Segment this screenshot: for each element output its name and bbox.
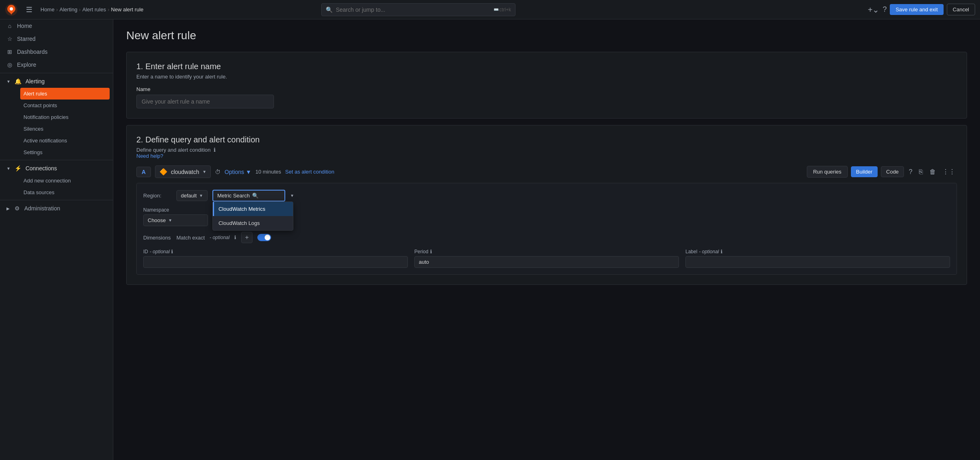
- id-input[interactable]: [143, 256, 408, 268]
- sidebar-dashboards-label: Dashboards: [17, 49, 48, 55]
- region-select[interactable]: default ▼: [176, 190, 208, 201]
- svg-point-1: [10, 7, 13, 11]
- cloudwatch-icon: 🔶: [159, 168, 168, 176]
- divider-2: [0, 160, 113, 160]
- sidebar-item-active-notifications[interactable]: Active notifications: [17, 135, 113, 146]
- sidebar-item-home[interactable]: ⌂ Home: [0, 19, 113, 32]
- add-panel-button[interactable]: +⌄: [868, 5, 880, 15]
- datasource-select[interactable]: 🔶 cloudwatch ▼: [155, 165, 211, 178]
- sidebar-toggle[interactable]: ☰: [24, 4, 34, 16]
- query-info-icon: ⏱: [215, 169, 221, 175]
- metric-dropdown-item-logs[interactable]: CloudWatch Logs: [213, 216, 293, 230]
- connections-icon: ⚡: [15, 165, 21, 172]
- namespace-select[interactable]: Choose ▼: [143, 214, 208, 226]
- namespace-chevron-icon: ▼: [168, 218, 172, 223]
- sidebar-add-connection-label: Add new connection: [23, 178, 71, 184]
- dashboards-icon: ⊞: [6, 49, 13, 55]
- match-exact-optional: - optional: [210, 235, 229, 240]
- info-icon: ℹ: [214, 147, 216, 153]
- sidebar-data-sources-label: Data sources: [23, 189, 55, 195]
- sidebar-item-data-sources[interactable]: Data sources: [17, 187, 113, 198]
- chevron-right-icon: ▶: [6, 206, 10, 211]
- region-label: Region:: [143, 193, 172, 199]
- period-input[interactable]: [414, 256, 679, 268]
- id-period-label-row: ID - optional ℹ Period ℹ: [143, 249, 950, 268]
- main-content: New alert rule 1. Enter alert rule name …: [113, 19, 980, 460]
- app-logo[interactable]: [5, 3, 18, 16]
- id-label: ID - optional ℹ: [143, 249, 408, 254]
- breadcrumb-home[interactable]: Home: [40, 6, 55, 13]
- builder-button[interactable]: Builder: [851, 166, 878, 177]
- sidebar-item-notification-policies[interactable]: Notification policies: [17, 111, 113, 123]
- label-input[interactable]: [685, 256, 950, 268]
- sidebar-connections-group[interactable]: ▼ ⚡ Connections: [0, 162, 113, 175]
- section1-title: 1. Enter alert rule name: [136, 62, 957, 71]
- namespace-value: Choose: [148, 217, 166, 223]
- home-icon: ⌂: [6, 23, 13, 29]
- sidebar-starred-label: Starred: [17, 36, 36, 42]
- search-icon-metric: 🔍: [252, 193, 259, 199]
- section-define-query: 2. Define query and alert condition Defi…: [126, 125, 967, 285]
- query-toolbar: A 🔶 cloudwatch ▼ ⏱ Options ▼ 10 minutes: [136, 165, 957, 178]
- metric-dropdown-item-metrics[interactable]: CloudWatch Metrics: [213, 202, 293, 216]
- search-input[interactable]: [336, 6, 490, 13]
- metric-search-input[interactable]: Metric Search 🔍: [212, 190, 285, 201]
- sidebar-item-silences[interactable]: Silences: [17, 123, 113, 135]
- label-info-icon: ℹ: [721, 249, 723, 254]
- match-exact-label: Match exact: [176, 235, 205, 241]
- sidebar-item-contact-points[interactable]: Contact points: [17, 100, 113, 111]
- code-button[interactable]: Code: [881, 166, 904, 177]
- sidebar-item-settings[interactable]: Settings: [17, 146, 113, 158]
- match-exact-toggle[interactable]: [257, 234, 271, 241]
- topnav-right: +⌄ ? Save rule and exit Cancel: [868, 4, 975, 15]
- sidebar-item-dashboards[interactable]: ⊞ Dashboards: [0, 45, 113, 58]
- add-dimension-button[interactable]: +: [241, 232, 252, 243]
- metric-search-label: Metric Search: [217, 193, 250, 199]
- run-queries-button[interactable]: Run queries: [807, 166, 847, 178]
- global-search[interactable]: 🔍 ⌨️ ctrl+k: [321, 3, 515, 16]
- dimensions-row: Dimensions Match exact - optional ℹ +: [143, 232, 950, 243]
- sidebar-item-alert-rules[interactable]: Alert rules: [20, 88, 110, 100]
- id-group: ID - optional ℹ: [143, 249, 408, 268]
- help-button[interactable]: ?: [882, 5, 887, 14]
- set-alert-condition-link[interactable]: Set as alert condition: [285, 169, 334, 175]
- sidebar-item-add-new-connection[interactable]: Add new connection: [17, 175, 113, 187]
- sidebar-item-administration[interactable]: ▶ ⚙ Administration: [0, 202, 113, 215]
- sidebar-item-starred[interactable]: ☆ Starred: [0, 32, 113, 45]
- cancel-button[interactable]: Cancel: [947, 4, 975, 15]
- label-label: Label - optional ℹ: [685, 249, 950, 254]
- sidebar-alerting-group[interactable]: ▼ 🔔 Alerting: [0, 75, 113, 88]
- query-inner: Region: default ▼ Metric Search 🔍: [136, 183, 957, 275]
- metric-dropdown: CloudWatch Metrics CloudWatch Logs: [212, 201, 293, 231]
- match-exact-info-icon: ℹ: [234, 235, 236, 240]
- copy-query-icon[interactable]: ⎘: [917, 167, 925, 177]
- more-options-icon[interactable]: ⋮⋮: [941, 166, 957, 177]
- metric-search-chevron-wrapper: ▼: [290, 193, 294, 198]
- section1-desc: Enter a name to identify your alert rule…: [136, 74, 957, 80]
- sidebar-connections-sub: Add new connection Data sources: [0, 175, 113, 198]
- period-group: Period ℹ: [414, 249, 679, 268]
- metric-search-wrapper: Metric Search 🔍 CloudWatch Metrics Cloud…: [212, 190, 285, 201]
- chevron-down-icon: ▼: [6, 79, 11, 84]
- options-button[interactable]: Options ▼: [225, 169, 251, 175]
- query-toolbar-right: Run queries Builder Code ? ⎘ 🗑 ⋮⋮: [807, 166, 957, 178]
- section2-title: 2. Define query and alert condition: [136, 135, 957, 144]
- section-enter-name: 1. Enter alert rule name Enter a name to…: [126, 52, 967, 119]
- save-rule-button[interactable]: Save rule and exit: [890, 4, 943, 15]
- delete-query-icon[interactable]: 🗑: [928, 167, 938, 177]
- alert-name-input[interactable]: [136, 95, 274, 108]
- sidebar-silences-label: Silences: [23, 126, 43, 132]
- breadcrumb: Home › Alerting › Alert rules › New aler…: [40, 6, 144, 13]
- name-label: Name: [136, 86, 957, 92]
- breadcrumb-alerting[interactable]: Alerting: [59, 6, 77, 13]
- breadcrumb-alert-rules[interactable]: Alert rules: [82, 6, 106, 13]
- help-query-icon[interactable]: ?: [907, 167, 914, 177]
- period-label: Period ℹ: [414, 249, 679, 254]
- sidebar-connections-label: Connections: [25, 165, 57, 172]
- divider-3: [0, 200, 113, 200]
- need-help-link[interactable]: Need help?: [136, 153, 957, 159]
- namespace-label: Namespace: [143, 207, 208, 213]
- search-icon: 🔍: [326, 6, 333, 13]
- sidebar-item-explore[interactable]: ◎ Explore: [0, 58, 113, 71]
- sidebar-alerting-label: Alerting: [25, 78, 45, 85]
